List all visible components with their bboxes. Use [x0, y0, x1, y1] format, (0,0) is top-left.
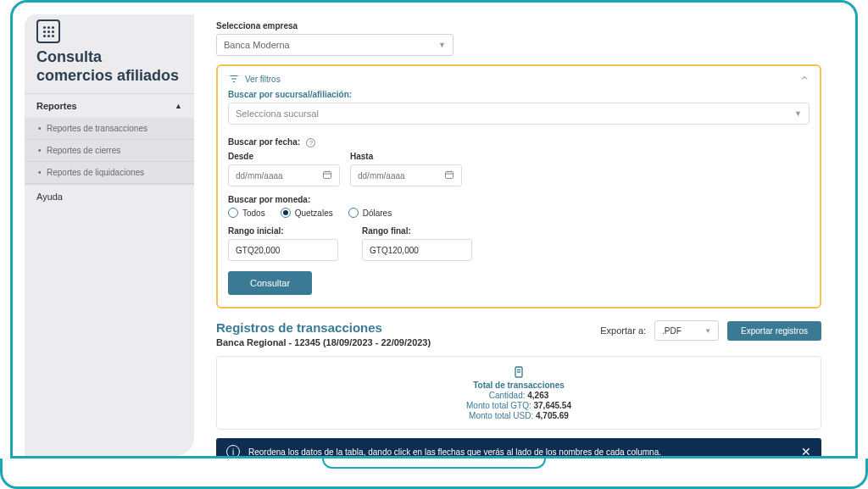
branch-filter-label: Buscar por sucursal/afiliación: [228, 90, 810, 99]
date-from-field[interactable] [236, 171, 322, 181]
date-to-field[interactable] [358, 171, 444, 181]
currency-filter-label: Buscar por moneda: [228, 195, 810, 204]
chevron-up-icon: ▲ [175, 102, 182, 110]
chevron-down-icon: ▼ [438, 41, 446, 49]
export-button[interactable]: Exportar registros [727, 321, 821, 341]
chevron-up-icon [799, 73, 810, 83]
app-logo-icon [36, 19, 60, 43]
company-select[interactable]: Banca Moderna ▼ [216, 34, 453, 56]
nav-item-transacciones[interactable]: Reportes de transacciones [25, 118, 194, 140]
filter-icon [228, 73, 240, 85]
filter-toggle[interactable]: Ver filtros [228, 73, 281, 85]
nav-section-reportes[interactable]: Reportes ▲ [25, 94, 194, 118]
main-content: Selecciona empresa Banca Moderna ▼ Ver f… [194, 14, 843, 456]
range-from-input[interactable] [228, 239, 338, 261]
device-base [0, 458, 868, 489]
svg-rect-7 [446, 172, 453, 179]
range-to-input[interactable] [362, 239, 472, 261]
summary-usd-label: Monto total USD: [469, 411, 533, 420]
nav-item-cierres[interactable]: Reportes de cierres [25, 140, 194, 162]
chevron-down-icon: ▼ [794, 109, 802, 118]
radio-dolares[interactable]: Dólares [348, 208, 392, 218]
date-from-input[interactable] [228, 164, 340, 186]
summary-card: Total de transacciones Cantidad: 4,263 M… [216, 356, 821, 430]
company-label: Selecciona empresa [216, 21, 821, 31]
summary-usd-value: 4,705.69 [536, 411, 569, 420]
summary-title: Total de transacciones [225, 381, 812, 390]
chevron-down-icon: ▼ [704, 327, 711, 335]
branch-select[interactable]: Selecciona sucursal ▼ [228, 103, 810, 125]
export-format-value: .PDF [662, 326, 682, 336]
nav-item-ayuda[interactable]: Ayuda [25, 184, 194, 208]
company-value: Banca Moderna [224, 40, 290, 50]
sidebar-title: Consulta comercios afiliados [25, 47, 194, 93]
filter-card: Ver filtros Buscar por sucursal/afiliaci… [216, 64, 821, 308]
date-from-label: Desde [228, 152, 340, 161]
nav-section-label: Reportes [36, 101, 77, 111]
export-label: Exportar a: [600, 325, 646, 336]
nav-item-liquidaciones[interactable]: Reportes de liquidaciones [25, 162, 194, 184]
help-icon[interactable]: ? [306, 138, 315, 147]
results-subtitle: Banca Regional - 12345 (18/09/2023 - 22/… [216, 337, 431, 347]
range-from-field[interactable] [236, 246, 331, 255]
close-banner-button[interactable]: ✕ [801, 445, 811, 456]
info-banner: i Reordena los datos de la tabla, dando … [216, 438, 821, 456]
results-title: Registros de transacciones [216, 320, 431, 335]
transactions-icon [225, 365, 812, 379]
collapse-filter-button[interactable] [799, 73, 810, 85]
export-format-select[interactable]: .PDF ▼ [654, 320, 719, 341]
radio-icon [228, 208, 238, 218]
radio-todos[interactable]: Todos [228, 208, 265, 218]
calendar-icon [444, 169, 454, 181]
consultar-button[interactable]: Consultar [228, 271, 312, 295]
summary-qty-value: 4,263 [527, 391, 548, 400]
range-to-label: Rango final: [362, 226, 472, 236]
branch-placeholder: Selecciona sucursal [236, 108, 319, 119]
date-to-label: Hasta [350, 152, 462, 161]
radio-icon [281, 208, 291, 218]
summary-gtq-label: Monto total GTQ: [466, 401, 531, 410]
radio-quetzales[interactable]: Quetzales [281, 208, 333, 218]
svg-rect-3 [324, 172, 331, 179]
summary-qty-label: Cantidad: [489, 391, 526, 400]
filter-toggle-label: Ver filtros [245, 75, 281, 84]
info-banner-text: Reordena los datos de la tabla, dando cl… [248, 447, 793, 457]
range-from-label: Rango inicial: [228, 226, 338, 236]
date-to-input[interactable] [350, 164, 462, 186]
date-filter-label: Buscar por fecha: [228, 137, 300, 147]
range-to-field[interactable] [370, 246, 465, 255]
summary-gtq-value: 37,645.54 [533, 401, 571, 410]
calendar-icon [322, 169, 332, 181]
sidebar: Consulta comercios afiliados Reportes ▲ … [25, 14, 194, 456]
info-icon: i [226, 445, 240, 456]
radio-icon [348, 208, 359, 218]
